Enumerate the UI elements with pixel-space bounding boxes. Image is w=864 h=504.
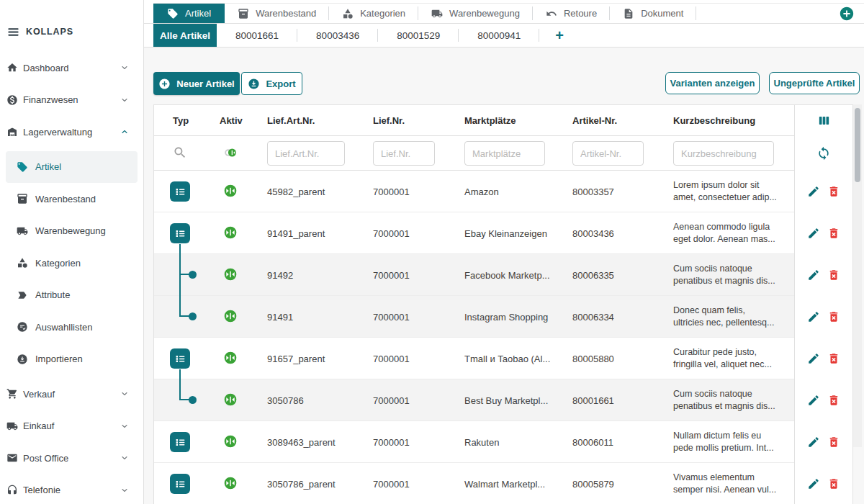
sidebar-item-lagerverwaltung[interactable]: Lagerverwaltung xyxy=(0,116,143,148)
active-status-icon xyxy=(223,225,238,240)
truck-icon xyxy=(431,8,443,19)
column-header-artikel-nr-: Artikel-Nr. xyxy=(572,115,673,126)
variant-list-button[interactable] xyxy=(170,181,190,202)
tree-connector-line xyxy=(179,296,181,317)
export-button[interactable]: Export xyxy=(241,72,302,95)
delete-icon[interactable] xyxy=(827,436,840,449)
filter-input-kurzbeschreibung[interactable] xyxy=(673,141,774,166)
active-status-icon xyxy=(223,267,238,282)
sidebar-item-attribute[interactable]: Attribute xyxy=(6,279,138,312)
filter-input-lief_art_nr[interactable] xyxy=(267,141,345,166)
edit-icon[interactable] xyxy=(807,185,820,198)
cell-lief-nr: 7000001 xyxy=(373,479,464,490)
show-variants-button[interactable]: Varianten anzeigen xyxy=(665,72,760,94)
table-row[interactable]: 45982_parent7000001Amazon80003357Lorem i… xyxy=(154,171,852,212)
delete-icon[interactable] xyxy=(827,185,840,198)
edit-icon[interactable] xyxy=(807,477,820,490)
filter-input-artikel_nr[interactable] xyxy=(572,141,644,166)
delete-icon[interactable] xyxy=(827,352,840,365)
tab-retoure[interactable]: Retoure xyxy=(533,4,610,23)
scrollbar-thumb[interactable] xyxy=(855,108,860,182)
export-label: Export xyxy=(266,78,295,89)
tab-artikel[interactable]: Artikel xyxy=(153,4,225,23)
edit-icon[interactable] xyxy=(807,352,820,365)
subtab-80001661[interactable]: 80001661 xyxy=(217,24,297,47)
sidebar-item-dashboard[interactable]: Dashboard xyxy=(0,52,143,84)
cell-marktplatz: Best Buy Marketpl... xyxy=(464,395,572,406)
sidebar-item-label: Post Office xyxy=(23,453,68,464)
edit-icon[interactable] xyxy=(807,227,820,240)
active-filter-toggle-icon[interactable] xyxy=(223,145,238,160)
hamburger-menu-icon[interactable] xyxy=(6,25,20,39)
cell-marktplatz: Rakuten xyxy=(464,437,572,448)
column-header-lief-nr-: Lief.Nr. xyxy=(373,115,464,126)
chevron-down-icon xyxy=(120,486,129,495)
sidebar-item-importieren[interactable]: Importieren xyxy=(6,343,138,376)
tab-label: Kategorien xyxy=(360,8,405,19)
sidebar-item-label: Kategorien xyxy=(35,258,81,269)
subtab-80000941[interactable]: 80000941 xyxy=(459,24,539,47)
refresh-icon[interactable] xyxy=(816,146,831,161)
filter-input-lief_nr[interactable] xyxy=(373,141,435,166)
vertical-scrollbar[interactable] xyxy=(853,104,862,447)
table-row[interactable]: 914927000001Facebook Marketp...80006335C… xyxy=(154,254,852,296)
tab-kategorien[interactable]: Kategorien xyxy=(329,4,418,23)
tab-label: Warenbewegung xyxy=(449,8,520,19)
tree-connector-dot xyxy=(189,271,197,279)
table-row[interactable]: 30507867000001Best Buy Marketpl...800016… xyxy=(154,379,852,421)
table-row[interactable]: 3089463_parent7000001Rakuten80006011Null… xyxy=(154,421,852,463)
list-icon xyxy=(174,436,187,449)
unchecked-articles-button[interactable]: Ungeprüfte Artikel xyxy=(769,72,860,94)
column-header-kurzbeschreibung: Kurzbeschreibung xyxy=(673,115,794,126)
cell-kurzbeschreibung: Lorem ipsum dolor sit amet, consectetuer… xyxy=(673,179,794,204)
sidebar-item-verkauf[interactable]: Verkauf xyxy=(0,378,143,410)
variant-list-button[interactable] xyxy=(170,348,190,369)
tab-warenbestand[interactable]: Warenbestand xyxy=(225,4,329,23)
primary-tab-bar: ArtikelWarenbestandKategorienWarenbewegu… xyxy=(144,0,864,24)
sidebar-item-warenbestand[interactable]: Warenbestand xyxy=(6,183,138,215)
tab-dokument[interactable]: Dokument xyxy=(610,4,696,23)
subtab-alle-artikel[interactable]: Alle Artikel xyxy=(153,24,217,47)
sidebar-item-auswahllisten[interactable]: Auswahllisten xyxy=(6,311,138,343)
variant-list-button[interactable] xyxy=(170,223,190,243)
cell-marktplatz: Walmart Marketpl... xyxy=(464,479,572,490)
table-row[interactable]: 3050786_parent7000001Walmart Marketpl...… xyxy=(154,463,852,504)
delete-icon[interactable] xyxy=(827,477,840,490)
subtab-80001529[interactable]: 80001529 xyxy=(378,24,459,47)
delete-icon[interactable] xyxy=(827,394,840,407)
new-article-button[interactable]: Neuer Artikel xyxy=(153,72,240,95)
add-tab-button[interactable] xyxy=(839,6,855,22)
subtab-80003436[interactable]: 80003436 xyxy=(297,24,378,47)
tab-warenbewegung[interactable]: Warenbewegung xyxy=(418,4,533,23)
cell-lief-nr: 7000001 xyxy=(373,437,464,448)
edit-icon[interactable] xyxy=(807,394,820,407)
sidebar-item-artikel[interactable]: Artikel xyxy=(6,151,138,184)
sidebar-item-einkauf[interactable]: Einkauf xyxy=(0,410,143,443)
sidebar-item-warenbewegung[interactable]: Warenbewegung xyxy=(6,215,138,248)
column-header-typ: Typ xyxy=(154,115,210,126)
sidebar-item-finanzwesen[interactable]: Finanzwesen xyxy=(0,84,143,117)
box-icon xyxy=(238,8,249,19)
cell-kurzbeschreibung: Cum sociis natoque penatibus et magnis d… xyxy=(673,263,794,287)
column-settings-icon[interactable] xyxy=(817,114,831,127)
sidebar-item-kategorien[interactable]: Kategorien xyxy=(6,247,138,279)
delete-icon[interactable] xyxy=(827,310,840,323)
table-row[interactable]: 914917000001Instagram Shopping80006334Do… xyxy=(154,296,852,338)
sidebar-item-telefonie[interactable]: Telefonie xyxy=(0,474,143,504)
add-subtab-button[interactable]: + xyxy=(539,24,580,47)
tree-connector-line xyxy=(179,369,181,379)
variant-list-button[interactable] xyxy=(170,432,190,452)
variant-list-button[interactable] xyxy=(170,474,190,494)
delete-icon[interactable] xyxy=(827,269,840,282)
edit-icon[interactable] xyxy=(807,269,820,282)
edit-icon[interactable] xyxy=(807,310,820,323)
active-status-icon xyxy=(223,309,238,323)
table-row[interactable]: 91491_parent7000001Ebay Kleinanzeigen800… xyxy=(154,212,852,254)
edit-icon[interactable] xyxy=(807,436,820,449)
sidebar-item-postoffice[interactable]: Post Office xyxy=(0,442,143,474)
delete-icon[interactable] xyxy=(827,227,840,240)
filter-input-marktplaetze[interactable] xyxy=(464,141,545,166)
tag-icon xyxy=(17,161,28,173)
table-row[interactable]: 91657_parent7000001Tmall и Taobao (Al...… xyxy=(154,338,852,379)
home-icon xyxy=(6,62,18,73)
